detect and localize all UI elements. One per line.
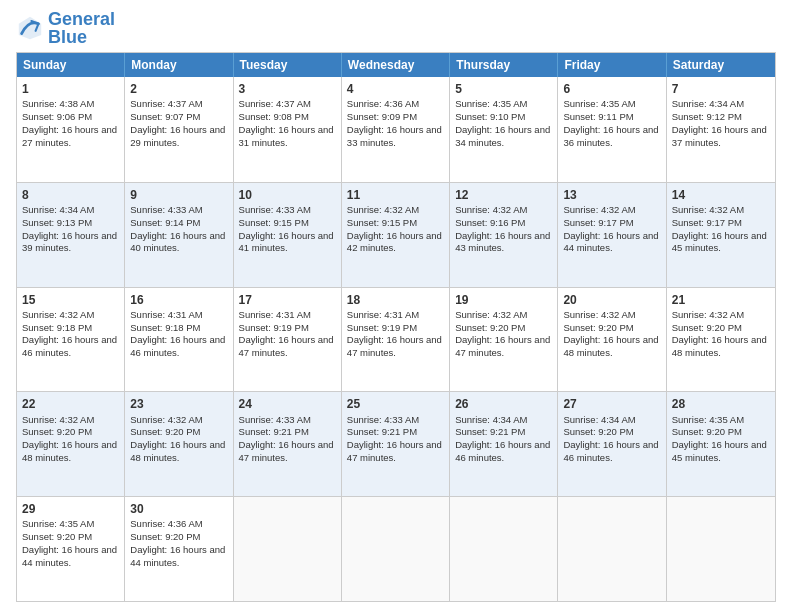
empty-cell — [667, 497, 775, 601]
sunrise-label: Sunrise: 4:37 AM — [130, 98, 202, 109]
dow-wednesday: Wednesday — [342, 53, 450, 77]
calendar-row: 22Sunrise: 4:32 AMSunset: 9:20 PMDayligh… — [17, 391, 775, 496]
day-number: 9 — [130, 187, 227, 203]
day-cell: 8Sunrise: 4:34 AMSunset: 9:13 PMDaylight… — [17, 183, 125, 287]
day-number: 24 — [239, 396, 336, 412]
day-cell: 7Sunrise: 4:34 AMSunset: 9:12 PMDaylight… — [667, 77, 775, 182]
header: General Blue — [16, 10, 776, 46]
sunset-label: Sunset: 9:20 PM — [455, 322, 525, 333]
sunrise-label: Sunrise: 4:36 AM — [130, 518, 202, 529]
sunset-label: Sunset: 9:18 PM — [130, 322, 200, 333]
sunrise-label: Sunrise: 4:32 AM — [563, 204, 635, 215]
calendar: Sunday Monday Tuesday Wednesday Thursday… — [16, 52, 776, 602]
day-cell: 25Sunrise: 4:33 AMSunset: 9:21 PMDayligh… — [342, 392, 450, 496]
sunrise-label: Sunrise: 4:32 AM — [22, 309, 94, 320]
day-number: 18 — [347, 292, 444, 308]
sunrise-label: Sunrise: 4:31 AM — [239, 309, 311, 320]
sunrise-label: Sunrise: 4:31 AM — [130, 309, 202, 320]
empty-cell — [450, 497, 558, 601]
sunset-label: Sunset: 9:20 PM — [130, 426, 200, 437]
daylight-label: Daylight: 16 hours and 33 minutes. — [347, 124, 442, 148]
sunrise-label: Sunrise: 4:34 AM — [672, 98, 744, 109]
sunset-label: Sunset: 9:20 PM — [22, 531, 92, 542]
day-number: 14 — [672, 187, 770, 203]
calendar-header: Sunday Monday Tuesday Wednesday Thursday… — [17, 53, 775, 77]
day-number: 1 — [22, 81, 119, 97]
daylight-label: Daylight: 16 hours and 47 minutes. — [347, 334, 442, 358]
calendar-row: 15Sunrise: 4:32 AMSunset: 9:18 PMDayligh… — [17, 287, 775, 392]
empty-cell — [234, 497, 342, 601]
daylight-label: Daylight: 16 hours and 45 minutes. — [672, 439, 767, 463]
day-number: 10 — [239, 187, 336, 203]
sunset-label: Sunset: 9:20 PM — [672, 426, 742, 437]
sunset-label: Sunset: 9:06 PM — [22, 111, 92, 122]
sunset-label: Sunset: 9:18 PM — [22, 322, 92, 333]
sunrise-label: Sunrise: 4:35 AM — [563, 98, 635, 109]
day-number: 26 — [455, 396, 552, 412]
daylight-label: Daylight: 16 hours and 43 minutes. — [455, 230, 550, 254]
sunrise-label: Sunrise: 4:33 AM — [239, 204, 311, 215]
day-cell: 4Sunrise: 4:36 AMSunset: 9:09 PMDaylight… — [342, 77, 450, 182]
sunset-label: Sunset: 9:08 PM — [239, 111, 309, 122]
day-cell: 3Sunrise: 4:37 AMSunset: 9:08 PMDaylight… — [234, 77, 342, 182]
dow-monday: Monday — [125, 53, 233, 77]
sunset-label: Sunset: 9:07 PM — [130, 111, 200, 122]
day-number: 11 — [347, 187, 444, 203]
daylight-label: Daylight: 16 hours and 29 minutes. — [130, 124, 225, 148]
sunrise-label: Sunrise: 4:34 AM — [22, 204, 94, 215]
daylight-label: Daylight: 16 hours and 44 minutes. — [563, 230, 658, 254]
sunset-label: Sunset: 9:19 PM — [347, 322, 417, 333]
sunrise-label: Sunrise: 4:32 AM — [347, 204, 419, 215]
calendar-row: 1Sunrise: 4:38 AMSunset: 9:06 PMDaylight… — [17, 77, 775, 182]
day-cell: 1Sunrise: 4:38 AMSunset: 9:06 PMDaylight… — [17, 77, 125, 182]
daylight-label: Daylight: 16 hours and 31 minutes. — [239, 124, 334, 148]
sunrise-label: Sunrise: 4:33 AM — [347, 414, 419, 425]
logo-name: General — [48, 10, 115, 28]
sunrise-label: Sunrise: 4:35 AM — [455, 98, 527, 109]
sunset-label: Sunset: 9:16 PM — [455, 217, 525, 228]
day-number: 5 — [455, 81, 552, 97]
daylight-label: Daylight: 16 hours and 46 minutes. — [563, 439, 658, 463]
daylight-label: Daylight: 16 hours and 44 minutes. — [22, 544, 117, 568]
day-cell: 26Sunrise: 4:34 AMSunset: 9:21 PMDayligh… — [450, 392, 558, 496]
daylight-label: Daylight: 16 hours and 46 minutes. — [22, 334, 117, 358]
calendar-row: 8Sunrise: 4:34 AMSunset: 9:13 PMDaylight… — [17, 182, 775, 287]
day-number: 6 — [563, 81, 660, 97]
sunrise-label: Sunrise: 4:33 AM — [239, 414, 311, 425]
day-number: 21 — [672, 292, 770, 308]
day-cell: 16Sunrise: 4:31 AMSunset: 9:18 PMDayligh… — [125, 288, 233, 392]
day-number: 3 — [239, 81, 336, 97]
daylight-label: Daylight: 16 hours and 48 minutes. — [672, 334, 767, 358]
day-number: 20 — [563, 292, 660, 308]
sunset-label: Sunset: 9:12 PM — [672, 111, 742, 122]
daylight-label: Daylight: 16 hours and 36 minutes. — [563, 124, 658, 148]
sunset-label: Sunset: 9:17 PM — [563, 217, 633, 228]
day-number: 27 — [563, 396, 660, 412]
day-cell: 23Sunrise: 4:32 AMSunset: 9:20 PMDayligh… — [125, 392, 233, 496]
sunset-label: Sunset: 9:09 PM — [347, 111, 417, 122]
sunset-label: Sunset: 9:20 PM — [672, 322, 742, 333]
day-number: 4 — [347, 81, 444, 97]
daylight-label: Daylight: 16 hours and 47 minutes. — [239, 439, 334, 463]
day-cell: 14Sunrise: 4:32 AMSunset: 9:17 PMDayligh… — [667, 183, 775, 287]
day-number: 16 — [130, 292, 227, 308]
sunset-label: Sunset: 9:20 PM — [563, 426, 633, 437]
day-cell: 27Sunrise: 4:34 AMSunset: 9:20 PMDayligh… — [558, 392, 666, 496]
day-cell: 18Sunrise: 4:31 AMSunset: 9:19 PMDayligh… — [342, 288, 450, 392]
sunrise-label: Sunrise: 4:34 AM — [563, 414, 635, 425]
day-number: 12 — [455, 187, 552, 203]
daylight-label: Daylight: 16 hours and 39 minutes. — [22, 230, 117, 254]
sunset-label: Sunset: 9:21 PM — [455, 426, 525, 437]
sunset-label: Sunset: 9:19 PM — [239, 322, 309, 333]
day-number: 22 — [22, 396, 119, 412]
sunrise-label: Sunrise: 4:37 AM — [239, 98, 311, 109]
day-number: 15 — [22, 292, 119, 308]
sunrise-label: Sunrise: 4:32 AM — [563, 309, 635, 320]
day-number: 28 — [672, 396, 770, 412]
day-number: 7 — [672, 81, 770, 97]
sunrise-label: Sunrise: 4:32 AM — [22, 414, 94, 425]
day-cell: 29Sunrise: 4:35 AMSunset: 9:20 PMDayligh… — [17, 497, 125, 601]
day-number: 29 — [22, 501, 119, 517]
dow-friday: Friday — [558, 53, 666, 77]
calendar-body: 1Sunrise: 4:38 AMSunset: 9:06 PMDaylight… — [17, 77, 775, 601]
